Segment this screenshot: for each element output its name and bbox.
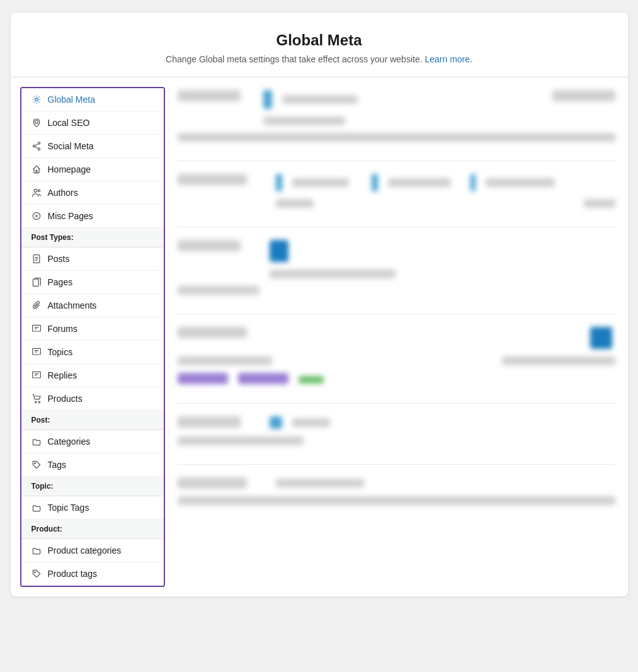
- svg-rect-10: [32, 325, 40, 331]
- sidebar-item-product-categories[interactable]: Product categories: [21, 539, 164, 562]
- svg-point-15: [34, 463, 35, 464]
- location-icon: [31, 118, 42, 128]
- sidebar-item-tags[interactable]: Tags: [21, 453, 164, 477]
- divider-3: [178, 314, 615, 314]
- svg-point-4: [38, 148, 40, 150]
- svg-point-5: [34, 189, 37, 192]
- content-section-1: [178, 90, 615, 142]
- content-area: [165, 77, 628, 596]
- sidebar-item-homepage[interactable]: Homepage: [21, 158, 164, 181]
- sidebar-item-categories[interactable]: Categories: [21, 430, 164, 453]
- sidebar-label-product-categories: Product categories: [48, 545, 122, 555]
- sidebar-item-local-seo[interactable]: Local SEO: [21, 111, 164, 135]
- sidebar-item-forums[interactable]: Forums: [21, 317, 164, 341]
- divider-4: [178, 403, 615, 404]
- section-header-topic: Topic:: [21, 477, 164, 496]
- svg-point-2: [38, 142, 40, 144]
- sidebar-label-pages: Pages: [48, 277, 73, 287]
- sidebar-label-topic-tags: Topic Tags: [48, 503, 89, 513]
- page-wrapper: Global Meta Change Global meta settings …: [11, 13, 628, 596]
- tag-icon: [31, 460, 42, 470]
- sidebar-label-categories: Categories: [48, 436, 91, 447]
- sidebar-item-authors[interactable]: Authors: [21, 181, 164, 205]
- sidebar-label-local-seo: Local SEO: [48, 118, 90, 128]
- folder-icon: [31, 436, 42, 447]
- attachment-icon: [31, 300, 42, 310]
- divider-1: [178, 161, 615, 161]
- sidebar-item-topics[interactable]: Topics: [21, 341, 164, 364]
- sidebar-item-global-meta[interactable]: Global Meta: [21, 88, 164, 111]
- svg-point-16: [34, 572, 35, 573]
- svg-point-0: [35, 98, 38, 101]
- sidebar-item-products[interactable]: Products: [21, 387, 164, 411]
- page-title: Global Meta: [23, 31, 615, 49]
- people-icon: [31, 188, 42, 198]
- forums-icon: [31, 324, 42, 334]
- sidebar-item-social-meta[interactable]: Social Meta: [21, 135, 164, 158]
- gear-icon: [31, 94, 42, 105]
- sidebar-label-social-meta: Social Meta: [48, 141, 94, 151]
- content-section-2: [178, 174, 615, 208]
- content-section-5: [178, 416, 615, 445]
- content-section-6: [178, 477, 615, 505]
- sidebar-label-posts: Posts: [48, 254, 70, 264]
- sidebar-label-forums: Forums: [48, 324, 77, 334]
- main-layout: Global Meta Local SEO: [11, 77, 628, 596]
- replies-icon: [31, 370, 42, 380]
- svg-point-6: [38, 190, 40, 191]
- pages-icon: [31, 277, 42, 287]
- product-tags-icon: [31, 569, 42, 579]
- page-header: Global Meta Change Global meta settings …: [11, 13, 628, 77]
- svg-point-1: [35, 120, 38, 123]
- content-section-3: [178, 240, 615, 295]
- topic-tags-folder-icon: [31, 503, 42, 513]
- svg-point-14: [38, 401, 40, 402]
- content-section-4: [178, 327, 615, 384]
- cart-icon: [31, 394, 42, 404]
- sidebar-label-tags: Tags: [48, 460, 67, 470]
- sidebar-item-product-tags[interactable]: Product tags: [21, 562, 164, 586]
- sidebar-item-topic-tags[interactable]: Topic Tags: [21, 496, 164, 520]
- sidebar-item-misc-pages[interactable]: Misc Pages: [21, 205, 164, 228]
- home-icon: [31, 164, 42, 174]
- sidebar-item-attachments[interactable]: Attachments: [21, 294, 164, 317]
- sidebar-label-attachments: Attachments: [48, 300, 97, 310]
- divider-5: [178, 464, 615, 465]
- sidebar-label-global-meta: Global Meta: [48, 94, 95, 105]
- divider-2: [178, 227, 615, 227]
- section-header-post: Post:: [21, 411, 164, 430]
- sidebar-label-products: Products: [48, 394, 83, 404]
- page-container: Global Meta Change Global meta settings …: [11, 13, 628, 596]
- share-icon: [31, 141, 42, 151]
- sidebar-label-misc-pages: Misc Pages: [48, 211, 93, 221]
- sidebar-label-authors: Authors: [48, 188, 78, 198]
- section-header-product: Product:: [21, 520, 164, 539]
- sidebar: Global Meta Local SEO: [20, 87, 165, 587]
- topics-icon: [31, 347, 42, 357]
- sidebar-item-replies[interactable]: Replies: [21, 364, 164, 387]
- learn-more-link[interactable]: Learn more: [424, 54, 470, 64]
- sidebar-label-homepage: Homepage: [48, 164, 91, 174]
- circle-icon: [31, 211, 42, 221]
- section-header-post-types: Post Types:: [21, 228, 164, 248]
- sidebar-item-pages[interactable]: Pages: [21, 271, 164, 294]
- sidebar-label-topics: Topics: [48, 347, 73, 357]
- page-subtitle: Change Global meta settings that take ef…: [23, 54, 615, 64]
- sidebar-label-replies: Replies: [48, 370, 77, 380]
- sidebar-item-posts[interactable]: Posts: [21, 248, 164, 271]
- svg-point-3: [33, 145, 35, 147]
- svg-rect-11: [32, 348, 40, 355]
- document-icon: [31, 254, 42, 264]
- svg-rect-12: [32, 372, 40, 378]
- svg-point-13: [35, 401, 36, 402]
- svg-rect-9: [33, 279, 38, 286]
- product-categories-folder-icon: [31, 545, 42, 555]
- sidebar-label-product-tags: Product tags: [48, 569, 98, 579]
